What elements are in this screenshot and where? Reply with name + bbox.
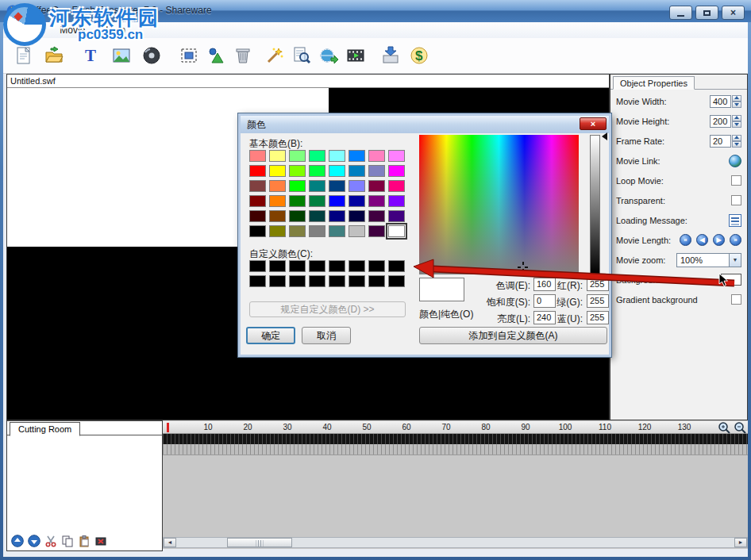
basic-color-22[interactable] (368, 180, 385, 192)
hue-saturation-field[interactable] (419, 135, 579, 274)
copy-button[interactable] (60, 534, 74, 547)
custom-color-5[interactable] (349, 260, 365, 272)
ok-button[interactable]: 确定 (246, 327, 295, 344)
add-to-custom-colors-button[interactable]: 添加到自定义颜色(A) (419, 327, 607, 344)
movie-width-input[interactable]: 400 (710, 95, 731, 108)
basic-color-8[interactable] (249, 165, 266, 177)
loop-movie-checkbox[interactable] (731, 175, 741, 186)
frame-rate-spin-up[interactable] (732, 135, 741, 141)
basic-color-0[interactable] (249, 150, 266, 162)
basic-color-36[interactable] (329, 210, 345, 222)
basic-color-27[interactable] (309, 195, 325, 207)
record-disc-button[interactable] (139, 42, 164, 69)
insert-shape-button[interactable] (203, 42, 229, 69)
basic-color-32[interactable] (249, 210, 266, 222)
loading-message-icon[interactable] (729, 214, 741, 227)
basic-color-34[interactable] (289, 210, 306, 222)
basic-color-45[interactable] (349, 225, 365, 237)
transparent-checkbox[interactable] (731, 195, 741, 205)
custom-color-15[interactable] (388, 275, 405, 287)
find-button[interactable] (289, 42, 314, 69)
blue-input[interactable]: 255 (587, 311, 609, 324)
publish-button[interactable] (316, 42, 341, 69)
gradient-background-checkbox[interactable] (731, 294, 741, 305)
basic-color-12[interactable] (329, 165, 345, 177)
basic-color-18[interactable] (289, 180, 306, 192)
custom-color-1[interactable] (269, 260, 286, 272)
custom-color-14[interactable] (368, 275, 385, 287)
basic-color-30[interactable] (368, 195, 385, 207)
cutting-room-tab[interactable]: Cutting Room (10, 422, 80, 436)
basic-color-21[interactable] (349, 180, 365, 192)
basic-color-40[interactable] (249, 225, 266, 237)
green-input[interactable]: 255 (587, 294, 609, 308)
dialog-title-bar[interactable]: 颜色 × (241, 116, 609, 133)
menu-file[interactable]: File (24, 25, 39, 36)
chevron-down-icon[interactable]: ▼ (729, 254, 741, 267)
basic-color-25[interactable] (269, 195, 286, 207)
frame-rate-input[interactable]: 20 (710, 135, 731, 148)
red-input[interactable]: 255 (587, 278, 609, 291)
movie-width-spin-dn[interactable] (732, 102, 741, 108)
basic-color-24[interactable] (249, 195, 266, 207)
custom-color-7[interactable] (388, 260, 405, 272)
basic-color-1[interactable] (269, 150, 286, 162)
basic-color-4[interactable] (329, 150, 345, 162)
custom-color-9[interactable] (269, 275, 286, 287)
menu-help[interactable]: Help (106, 25, 125, 36)
minimize-button[interactable] (669, 6, 692, 20)
basic-color-31[interactable] (388, 195, 405, 207)
zoom-in-button[interactable] (717, 421, 731, 434)
custom-color-11[interactable] (309, 275, 325, 287)
maximize-button[interactable] (695, 6, 718, 20)
frame-rate-spin-dn[interactable] (732, 141, 741, 148)
movie-length-first-button[interactable]: « (680, 234, 691, 246)
custom-color-6[interactable] (368, 260, 385, 272)
luminance-bar[interactable] (590, 135, 600, 274)
basic-color-17[interactable] (269, 180, 286, 192)
basic-color-28[interactable] (329, 195, 345, 207)
luminance-marker[interactable] (602, 132, 607, 140)
custom-color-13[interactable] (349, 275, 365, 287)
playhead[interactable] (167, 423, 169, 432)
document-tab[interactable]: Untitled.swf (10, 76, 56, 86)
basic-color-26[interactable] (289, 195, 306, 207)
custom-color-4[interactable] (329, 260, 345, 272)
move-down-button[interactable] (27, 534, 40, 547)
custom-color-12[interactable] (329, 275, 345, 287)
custom-color-3[interactable] (309, 260, 325, 272)
basic-color-9[interactable] (269, 165, 286, 177)
scroll-right-button[interactable]: ► (734, 538, 747, 547)
movie-length-prev-button[interactable]: ◀ (696, 234, 708, 246)
movie-width-spin-up[interactable] (732, 95, 741, 102)
basic-color-7[interactable] (388, 150, 405, 162)
insert-text-button[interactable]: T (79, 42, 104, 69)
movie-length-last-button[interactable]: » (730, 234, 741, 246)
preview-movie-button[interactable] (343, 42, 368, 69)
timeline-scrollbar[interactable]: ◄ ► (163, 537, 748, 548)
frame-cells[interactable] (163, 444, 748, 455)
dialog-close-button[interactable]: × (580, 117, 607, 130)
basic-color-46[interactable] (368, 225, 385, 237)
basic-color-11[interactable] (309, 165, 325, 177)
basic-color-23[interactable] (388, 180, 405, 192)
basic-color-15[interactable] (388, 165, 405, 177)
basic-color-43[interactable] (309, 225, 325, 237)
custom-color-2[interactable] (289, 260, 306, 272)
movie-zoom-dropdown[interactable]: 100%▼ (676, 253, 741, 267)
basic-color-47[interactable] (388, 225, 405, 237)
define-custom-colors-button[interactable]: 规定自定义颜色(D) >> (249, 301, 406, 317)
custom-color-10[interactable] (289, 275, 306, 287)
basic-color-38[interactable] (368, 210, 385, 222)
basic-color-10[interactable] (289, 165, 306, 177)
movie-height-spin-up[interactable] (732, 115, 741, 121)
basic-color-19[interactable] (309, 180, 325, 192)
move-up-button[interactable] (10, 534, 24, 547)
basic-color-2[interactable] (289, 150, 306, 162)
basic-color-33[interactable] (269, 210, 286, 222)
movie-height-spin-dn[interactable] (732, 121, 741, 128)
scroll-left-button[interactable]: ◄ (164, 538, 176, 547)
new-movie-button[interactable] (11, 42, 37, 69)
export-button[interactable] (378, 42, 403, 69)
open-button[interactable] (41, 42, 67, 69)
